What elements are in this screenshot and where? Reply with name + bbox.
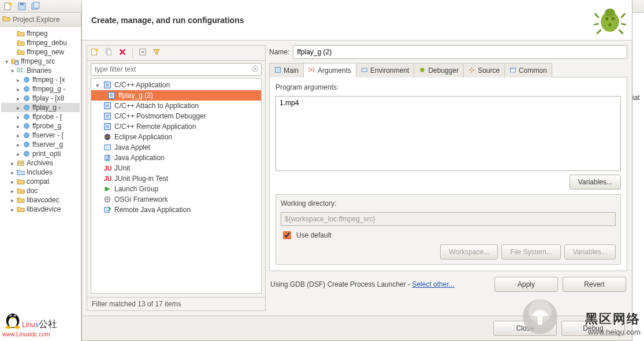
tab-environment[interactable]: Environment (356, 63, 414, 77)
config-type-item[interactable]: JUJUnit Plug-in Test (91, 173, 261, 184)
revert-button[interactable]: Revert (563, 277, 626, 292)
arguments-tab-body: Program arguments: 1.mp4 Variables... Wo… (269, 77, 627, 271)
save-icon[interactable] (17, 2, 27, 11)
duplicate-config-icon[interactable] (105, 48, 113, 58)
config-type-item[interactable]: C/C++ Attach to Application (91, 101, 261, 111)
tree-toggle-icon[interactable]: ▸ (9, 206, 15, 213)
filter-status: Filter matched 13 of 17 items (87, 297, 265, 310)
new-wizard-icon[interactable] (3, 2, 13, 11)
config-type-item[interactable]: JJava Application (91, 153, 261, 163)
tree-toggle-icon[interactable]: ▸ (9, 197, 15, 203)
tree-toggle-icon[interactable]: ▸ (15, 142, 21, 148)
tree-toggle-icon[interactable]: ▸ (15, 151, 21, 157)
program-args-input[interactable]: 1.mp4 (276, 96, 621, 171)
config-type-item[interactable]: Java Applet (91, 142, 261, 153)
project-tree-item[interactable]: ▸doc (1, 186, 80, 195)
filter-config-icon[interactable] (152, 48, 161, 58)
project-tree-item[interactable]: ▸compat (1, 177, 80, 186)
program-args-label: Program arguments: (276, 83, 621, 91)
tab-main[interactable]: Main (269, 63, 304, 77)
config-filter-input[interactable] (91, 63, 262, 76)
project-tree-item[interactable]: ffmpeg_new (1, 47, 80, 57)
config-type-item[interactable]: JUJUnit (91, 163, 261, 173)
tree-toggle-icon[interactable]: ▸ (15, 86, 21, 92)
project-tree-item[interactable]: ▸libavcodec (1, 195, 80, 205)
config-tree[interactable]: ▾C/C++ Applicationffplay_g (2) C/C++ Att… (91, 78, 262, 294)
svg-text:J: J (106, 154, 109, 161)
clear-filter-icon[interactable]: ⓧ (252, 65, 258, 73)
applet-icon (103, 143, 111, 151)
config-type-item[interactable]: Launch Group (91, 184, 261, 194)
config-item[interactable]: ffplay_g (2) (91, 90, 261, 101)
project-tree-item[interactable]: ▸ffmpeg_g - (1, 84, 80, 94)
close-button[interactable]: Close (493, 321, 557, 336)
apply-button[interactable]: Apply (494, 277, 558, 292)
tree-item-label: ffmpeg_g - (32, 85, 65, 93)
tree-toggle-icon[interactable]: ▾ (94, 82, 100, 88)
tree-toggle-icon[interactable]: ▸ (9, 160, 15, 166)
tree-toggle-icon[interactable]: ▸ (15, 123, 21, 129)
tree-toggle-icon[interactable]: ▸ (9, 179, 15, 185)
c-icon (103, 102, 111, 110)
tab-common[interactable]: Common (504, 63, 552, 77)
lgroup-icon (103, 185, 111, 193)
save-all-icon[interactable] (31, 2, 40, 11)
use-default-checkbox[interactable]: Use default (281, 229, 616, 241)
config-type-label: C/C++ Application (114, 81, 170, 89)
delete-config-icon[interactable] (118, 48, 126, 58)
config-name-input[interactable] (293, 45, 627, 59)
config-type-item[interactable]: Eclipse Application (91, 132, 261, 142)
project-tree-item[interactable]: ffmpeg (1, 29, 80, 38)
project-tree-item[interactable]: ▸print_opti (1, 149, 80, 158)
tree-item-label: ffmpeg (27, 29, 47, 38)
debug-button[interactable]: Debug (561, 321, 625, 336)
project-tree-item[interactable]: ▸ffplay_g - (1, 103, 80, 112)
project-tree-item[interactable]: ▸ffserver - [ (1, 131, 80, 140)
project-tree-item[interactable]: ▸ffplay - [x8 (1, 94, 80, 103)
tree-toggle-icon[interactable]: ▾ (3, 58, 9, 65)
project-tree-item[interactable]: ▸ffprobe_g (1, 121, 80, 131)
select-other-link[interactable]: Select other... (412, 280, 454, 288)
project-tree-item[interactable]: ▸libavdevice (1, 205, 80, 214)
project-tree-item[interactable]: ffmpeg_debu (1, 38, 80, 47)
obj-icon (23, 131, 31, 139)
config-type-item[interactable]: OSGi Framework (91, 194, 261, 205)
config-type-label: Java Application (114, 154, 165, 162)
inc-icon (17, 168, 25, 176)
project-tree-item[interactable]: ▸ffmpeg - [x (1, 75, 80, 84)
config-type-item[interactable]: C/C++ Remote Application (91, 121, 261, 132)
tree-toggle-icon[interactable]: ▸ (15, 95, 21, 102)
config-type-item[interactable]: Remote Java Application (91, 205, 261, 215)
project-tree-item[interactable]: ▸Includes (1, 168, 80, 177)
config-type-item[interactable]: C/C++ Postmortem Debugger (91, 111, 261, 121)
tab-debugger[interactable]: Debugger (414, 63, 464, 77)
project-tree-item[interactable]: ▸ffserver_g (1, 140, 80, 149)
tab-source[interactable]: Source (463, 63, 505, 77)
arguments-tab-icon: (x)= (308, 66, 315, 75)
junit-icon: JU (103, 175, 111, 183)
svg-line-22 (621, 14, 625, 18)
project-tree-item[interactable]: ▸Archives (1, 158, 80, 168)
collapse-all-icon[interactable] (139, 48, 147, 58)
project-tree-item[interactable]: ▾ffmpeg_src (1, 57, 80, 66)
project-tree-item[interactable]: ▸ffprobe - [ (1, 112, 80, 121)
prog-args-variables-button[interactable]: Variables... (569, 175, 621, 190)
tree-toggle-icon[interactable]: ▸ (9, 169, 15, 176)
bin-icon: 0110 (17, 66, 25, 75)
debug-configurations-dialog: Create, manage, and run configurations (81, 0, 632, 341)
project-tree[interactable]: ffmpegffmpeg_debuffmpeg_new▾ffmpeg_src▾0… (0, 27, 81, 341)
use-default-input[interactable] (283, 231, 291, 239)
svg-point-13 (24, 124, 29, 129)
tab-arguments[interactable]: (x)= Arguments (303, 63, 356, 77)
tree-toggle-icon[interactable]: ▸ (15, 105, 21, 111)
tree-toggle-icon[interactable]: ▸ (9, 188, 15, 194)
tree-toggle-icon[interactable]: ▸ (15, 77, 21, 83)
tree-toggle-icon[interactable]: ▸ (15, 114, 21, 120)
config-type-item[interactable]: ▾C/C++ Application (91, 80, 261, 90)
tree-toggle-icon[interactable]: ▸ (15, 132, 21, 139)
working-dir-input (281, 212, 616, 226)
common-tab-icon (509, 66, 516, 75)
new-config-icon[interactable] (91, 48, 99, 58)
tree-toggle-icon[interactable]: ▾ (9, 68, 15, 74)
project-tree-item[interactable]: ▾0110Binaries (1, 66, 80, 75)
